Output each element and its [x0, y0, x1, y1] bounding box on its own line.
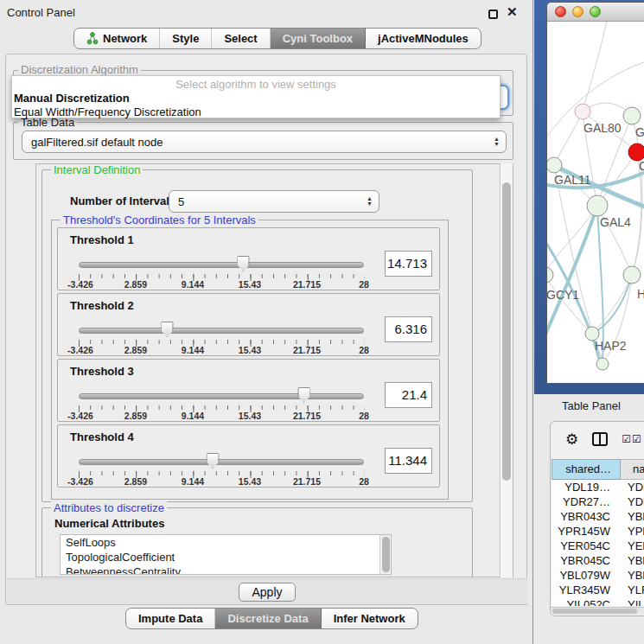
tab-network[interactable]: Network — [74, 29, 160, 48]
tab-select[interactable]: Select — [212, 29, 270, 48]
slider-thumb[interactable] — [207, 453, 220, 469]
node-right[interactable] — [623, 266, 641, 284]
network-window-titlebar[interactable] — [547, 3, 644, 22]
algorithm-dropdown-popup: Select algorithm to view settings Manual… — [11, 75, 501, 118]
threshold-1-panel: Threshold 1 -3.426 2.859 9.144 15.43 21.… — [57, 227, 440, 290]
float-window-icon[interactable] — [488, 10, 498, 19]
tab-infer-network[interactable]: Infer Network — [322, 609, 418, 628]
minimize-traffic-light[interactable] — [572, 6, 583, 17]
apply-button[interactable]: Apply — [239, 583, 296, 602]
numerical-attributes-list[interactable]: SelfLoops TopologicalCoefficient Between… — [60, 534, 392, 575]
threshold-4-value-field[interactable]: 11.344 — [385, 448, 432, 474]
network-icon — [86, 32, 99, 45]
table-panel: Table Panel ⚙ ☑☑ shared… na YDL19…YDL1 Y… — [534, 394, 644, 644]
top-tab-bar: Network Style Select Cyni Toolbox jActiv… — [73, 28, 481, 49]
column-header-name[interactable]: na — [621, 459, 644, 480]
popup-option-equal-width[interactable]: Equal Width/Frequency Discretization — [12, 105, 500, 118]
table-toolbar: ⚙ ☑☑ — [551, 422, 644, 456]
cyni-toolbox-panel: Discretization Algorithm ▲▼ Select algor… — [5, 54, 527, 605]
number-of-intervals-label: Number of Intervals — [70, 194, 175, 207]
close-icon[interactable]: ✕ — [507, 4, 518, 20]
node-label: HAP2 — [595, 339, 627, 353]
attributes-to-discretize-group: Attributes to discretize Numerical Attri… — [41, 507, 473, 577]
table-header-row: shared… na — [552, 459, 644, 480]
select-checkboxes-icon[interactable]: ☑☑ — [622, 433, 642, 445]
threshold-coordinates-group: Threshold's Coordinates for 5 Intervals … — [51, 220, 449, 500]
threshold-3-panel: Threshold 3 -3.426 2.859 9.144 15.43 21.… — [57, 359, 440, 422]
popup-option-manual[interactable]: Manual Discretization — [12, 91, 500, 105]
scrollbar-thumb[interactable] — [502, 182, 511, 481]
threshold-1-slider[interactable] — [79, 262, 364, 268]
discretization-algorithm-label: Discretization Algorithm — [18, 63, 141, 76]
threshold-2-slider[interactable] — [79, 328, 364, 334]
number-of-intervals-combobox[interactable]: 5 ▲▼ — [169, 190, 379, 213]
table-data-combobox[interactable]: galFiltered.sif default node ▲▼ — [22, 131, 507, 153]
node-label-cut: C — [639, 159, 644, 173]
list-item[interactable]: TopologicalCoefficient — [61, 550, 391, 564]
panel-scrollbar[interactable] — [500, 163, 513, 577]
threshold-4-panel: Threshold 4 -3.426 2.859 9.144 15.43 21.… — [57, 424, 440, 488]
node-top-right[interactable] — [623, 107, 641, 124]
node-gal4[interactable] — [587, 195, 608, 216]
node-selected-red[interactable] — [628, 143, 644, 161]
table-row[interactable]: YIL052CYIL0 — [552, 597, 644, 606]
slider-thumb[interactable] — [161, 322, 174, 337]
node-label: GAL11 — [554, 173, 591, 187]
node-label-cut: G — [635, 125, 644, 139]
threshold-2-panel: Threshold 2 -3.426 2.859 9.144 15.43 21.… — [57, 293, 440, 356]
node-gal11[interactable] — [547, 157, 562, 173]
close-traffic-light[interactable] — [555, 6, 566, 17]
table-row[interactable]: YBL079WYBL0 — [552, 568, 644, 583]
node-label-cut: H — [637, 287, 644, 301]
scrollbar-thumb[interactable] — [552, 609, 637, 614]
table-row[interactable]: YPR145WYPR1 — [552, 524, 644, 539]
node-label: GCY1 — [547, 288, 579, 302]
threshold-coordinates-title: Threshold's Coordinates for 5 Intervals — [61, 214, 258, 226]
network-graph: GAL80 G GAL11 C GAL4 GCY1 H HAP2 — [547, 22, 644, 384]
threshold-3-value-field[interactable]: 21.4 — [385, 382, 432, 408]
list-item[interactable]: SelfLoops — [61, 535, 391, 550]
numerical-attributes-label: Numerical Attributes — [54, 517, 164, 530]
table-row[interactable]: YDR27…YDR2 — [552, 494, 644, 509]
threshold-1-value-field[interactable]: 14.713 — [385, 251, 432, 277]
tab-cyni-toolbox[interactable]: Cyni Toolbox — [271, 29, 366, 48]
columns-icon[interactable] — [592, 432, 608, 446]
column-header-shared[interactable]: shared… — [552, 459, 621, 480]
slider-thumb[interactable] — [237, 256, 250, 271]
table-panel-box: ⚙ ☑☑ shared… na YDL19…YDL1 YDR27…YDR2 YB… — [550, 421, 644, 616]
threshold-2-value-field[interactable]: 6.316 — [385, 316, 432, 342]
node-gal80[interactable] — [575, 104, 590, 119]
tab-discretize-data[interactable]: Discretize Data — [215, 609, 321, 628]
attributes-title: Attributes to discretize — [51, 501, 167, 514]
network-canvas[interactable]: GAL80 G GAL11 C GAL4 GCY1 H HAP2 — [547, 22, 644, 384]
node-gcy1[interactable] — [547, 267, 553, 283]
threshold-3-slider[interactable] — [79, 393, 364, 399]
interval-definition-title: Interval Definition — [51, 163, 143, 176]
node-bottom[interactable] — [596, 358, 609, 370]
horizontal-scrollbar[interactable] — [551, 607, 644, 615]
node-label: GAL80 — [583, 121, 622, 135]
zoom-traffic-light[interactable] — [590, 6, 601, 17]
slider-ticks — [79, 274, 365, 281]
table-row[interactable]: YDL19…YDL1 — [552, 480, 644, 494]
slider-thumb[interactable] — [297, 387, 310, 403]
bottom-tab-bar: Impute Data Discretize Data Infer Networ… — [125, 608, 418, 629]
list-item[interactable]: BetweennessCentrality — [61, 564, 391, 575]
gear-icon[interactable]: ⚙ — [565, 432, 578, 447]
slider-ticks — [79, 471, 365, 478]
table-row[interactable]: YBR045CYBR0 — [552, 553, 644, 568]
table-row[interactable]: YLR345WYLR3 — [552, 583, 644, 597]
tab-jactivemnodules[interactable]: jActiveMNodules — [366, 29, 481, 48]
tab-style[interactable]: Style — [160, 29, 212, 48]
tab-impute-data[interactable]: Impute Data — [126, 609, 215, 628]
settings-scroll-pane: Interval Definition Number of Intervals … — [35, 163, 513, 577]
table-row[interactable]: YER054CYER0 — [552, 539, 644, 553]
panel-title: Control Panel — [7, 6, 75, 19]
combo-arrows-icon: ▲▼ — [494, 137, 506, 147]
table-row[interactable]: YBR043CYBR0 — [552, 509, 644, 524]
threshold-4-slider[interactable] — [79, 459, 364, 465]
control-panel: Control Panel ✕ Network Style Select Cyn… — [0, 0, 533, 644]
list-scrollbar[interactable] — [379, 535, 391, 574]
network-view-window: GAL80 G GAL11 C GAL4 GCY1 H HAP2 — [546, 2, 644, 384]
table-data-value: galFiltered.sif default node — [22, 136, 494, 149]
